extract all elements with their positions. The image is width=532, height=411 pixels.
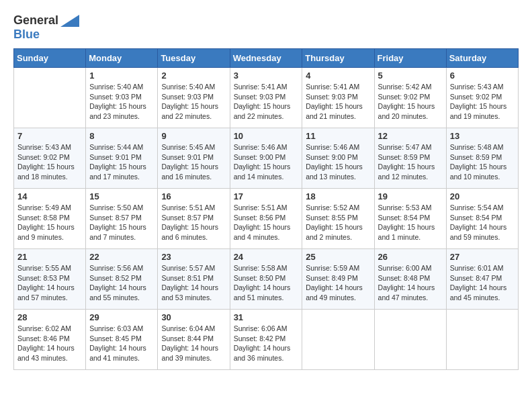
day-number: 15 <box>89 191 154 201</box>
day-number: 16 <box>161 191 226 201</box>
day-number: 1 <box>89 71 154 81</box>
day-info: Sunrise: 5:43 AM Sunset: 9:02 PM Dayligh… <box>450 82 515 122</box>
day-number: 9 <box>161 131 226 141</box>
header-day-sunday: Sunday <box>14 49 86 68</box>
calendar-cell: 23Sunrise: 5:57 AM Sunset: 8:51 PM Dayli… <box>158 249 230 310</box>
day-number: 12 <box>378 131 443 141</box>
calendar-week-0: 1Sunrise: 5:40 AM Sunset: 9:03 PM Daylig… <box>14 68 519 128</box>
calendar-cell: 25Sunrise: 5:59 AM Sunset: 8:49 PM Dayli… <box>302 249 374 310</box>
day-number: 11 <box>306 131 370 141</box>
calendar-cell: 5Sunrise: 5:42 AM Sunset: 9:02 PM Daylig… <box>374 68 446 128</box>
day-number: 26 <box>378 252 443 262</box>
day-info: Sunrise: 5:58 AM Sunset: 8:50 PM Dayligh… <box>234 263 299 303</box>
day-number: 31 <box>234 312 299 322</box>
day-info: Sunrise: 5:57 AM Sunset: 8:51 PM Dayligh… <box>161 263 226 303</box>
day-info: Sunrise: 6:02 AM Sunset: 8:46 PM Dayligh… <box>17 324 82 363</box>
calendar-cell <box>302 310 374 370</box>
calendar-cell: 6Sunrise: 5:43 AM Sunset: 9:02 PM Daylig… <box>446 68 518 128</box>
day-info: Sunrise: 5:41 AM Sunset: 9:03 PM Dayligh… <box>306 82 370 122</box>
day-number: 30 <box>161 312 226 322</box>
calendar-cell: 27Sunrise: 6:01 AM Sunset: 8:47 PM Dayli… <box>446 249 518 310</box>
day-info: Sunrise: 5:56 AM Sunset: 8:52 PM Dayligh… <box>89 263 154 303</box>
calendar-cell: 20Sunrise: 5:54 AM Sunset: 8:54 PM Dayli… <box>446 189 518 249</box>
day-number: 27 <box>450 252 515 262</box>
day-number: 23 <box>161 252 226 262</box>
day-info: Sunrise: 5:59 AM Sunset: 8:49 PM Dayligh… <box>306 263 370 303</box>
day-number: 18 <box>306 191 370 201</box>
calendar-cell: 9Sunrise: 5:45 AM Sunset: 9:01 PM Daylig… <box>158 128 230 189</box>
day-info: Sunrise: 5:53 AM Sunset: 8:54 PM Dayligh… <box>378 203 443 242</box>
day-info: Sunrise: 5:47 AM Sunset: 8:59 PM Dayligh… <box>378 142 443 182</box>
day-info: Sunrise: 5:41 AM Sunset: 9:03 PM Dayligh… <box>234 82 299 122</box>
day-number: 4 <box>306 71 370 81</box>
day-info: Sunrise: 6:03 AM Sunset: 8:45 PM Dayligh… <box>89 324 154 363</box>
day-number: 20 <box>450 191 515 201</box>
day-info: Sunrise: 5:49 AM Sunset: 8:58 PM Dayligh… <box>17 203 82 242</box>
calendar-cell <box>14 68 86 128</box>
day-info: Sunrise: 5:40 AM Sunset: 9:03 PM Dayligh… <box>161 82 226 122</box>
day-number: 3 <box>234 71 299 81</box>
header-day-friday: Friday <box>374 49 446 68</box>
day-info: Sunrise: 6:04 AM Sunset: 8:44 PM Dayligh… <box>161 324 226 363</box>
header-day-wednesday: Wednesday <box>230 49 302 68</box>
day-info: Sunrise: 5:40 AM Sunset: 9:03 PM Dayligh… <box>89 82 154 122</box>
calendar-cell: 4Sunrise: 5:41 AM Sunset: 9:03 PM Daylig… <box>302 68 374 128</box>
logo-general-text: General <box>13 13 58 28</box>
day-number: 25 <box>306 252 370 262</box>
day-number: 14 <box>17 191 82 201</box>
calendar-cell: 11Sunrise: 5:46 AM Sunset: 9:00 PM Dayli… <box>302 128 374 189</box>
calendar-week-4: 28Sunrise: 6:02 AM Sunset: 8:46 PM Dayli… <box>14 310 519 370</box>
day-info: Sunrise: 6:01 AM Sunset: 8:47 PM Dayligh… <box>450 263 515 303</box>
calendar-cell <box>374 310 446 370</box>
calendar-cell <box>446 310 518 370</box>
day-info: Sunrise: 5:45 AM Sunset: 9:01 PM Dayligh… <box>161 142 226 182</box>
header-day-monday: Monday <box>86 49 158 68</box>
calendar-cell: 19Sunrise: 5:53 AM Sunset: 8:54 PM Dayli… <box>374 189 446 249</box>
calendar-cell: 22Sunrise: 5:56 AM Sunset: 8:52 PM Dayli… <box>86 249 158 310</box>
day-number: 2 <box>161 71 226 81</box>
day-number: 8 <box>89 131 154 141</box>
header: General Blue <box>13 13 519 42</box>
logo-icon <box>60 15 79 27</box>
calendar-cell: 2Sunrise: 5:40 AM Sunset: 9:03 PM Daylig… <box>158 68 230 128</box>
calendar-cell: 13Sunrise: 5:48 AM Sunset: 8:59 PM Dayli… <box>446 128 518 189</box>
calendar-cell: 15Sunrise: 5:50 AM Sunset: 8:57 PM Dayli… <box>86 189 158 249</box>
day-number: 22 <box>89 252 154 262</box>
day-info: Sunrise: 5:51 AM Sunset: 8:57 PM Dayligh… <box>161 203 226 242</box>
day-number: 6 <box>450 71 515 81</box>
day-info: Sunrise: 6:00 AM Sunset: 8:48 PM Dayligh… <box>378 263 443 303</box>
day-number: 10 <box>234 131 299 141</box>
day-number: 5 <box>378 71 443 81</box>
day-info: Sunrise: 5:54 AM Sunset: 8:54 PM Dayligh… <box>450 203 515 242</box>
day-info: Sunrise: 5:43 AM Sunset: 9:02 PM Dayligh… <box>17 142 82 182</box>
calendar-cell: 8Sunrise: 5:44 AM Sunset: 9:01 PM Daylig… <box>86 128 158 189</box>
calendar-cell: 12Sunrise: 5:47 AM Sunset: 8:59 PM Dayli… <box>374 128 446 189</box>
day-info: Sunrise: 5:46 AM Sunset: 9:00 PM Dayligh… <box>234 142 299 182</box>
calendar-cell: 18Sunrise: 5:52 AM Sunset: 8:55 PM Dayli… <box>302 189 374 249</box>
logo: General Blue <box>13 13 79 42</box>
calendar-week-2: 14Sunrise: 5:49 AM Sunset: 8:58 PM Dayli… <box>14 189 519 249</box>
calendar-cell: 31Sunrise: 6:06 AM Sunset: 8:42 PM Dayli… <box>230 310 302 370</box>
logo-blue-text: Blue <box>13 28 40 41</box>
header-day-tuesday: Tuesday <box>158 49 230 68</box>
calendar-cell: 16Sunrise: 5:51 AM Sunset: 8:57 PM Dayli… <box>158 189 230 249</box>
day-number: 17 <box>234 191 299 201</box>
day-number: 13 <box>450 131 515 141</box>
calendar-cell: 30Sunrise: 6:04 AM Sunset: 8:44 PM Dayli… <box>158 310 230 370</box>
svg-marker-0 <box>60 15 79 27</box>
header-day-saturday: Saturday <box>446 49 518 68</box>
day-info: Sunrise: 6:06 AM Sunset: 8:42 PM Dayligh… <box>234 324 299 363</box>
day-info: Sunrise: 5:46 AM Sunset: 9:00 PM Dayligh… <box>306 142 370 182</box>
calendar-week-3: 21Sunrise: 5:55 AM Sunset: 8:53 PM Dayli… <box>14 249 519 310</box>
calendar-cell: 14Sunrise: 5:49 AM Sunset: 8:58 PM Dayli… <box>14 189 86 249</box>
day-number: 19 <box>378 191 443 201</box>
calendar-cell: 26Sunrise: 6:00 AM Sunset: 8:48 PM Dayli… <box>374 249 446 310</box>
day-info: Sunrise: 5:44 AM Sunset: 9:01 PM Dayligh… <box>89 142 154 182</box>
calendar-cell: 1Sunrise: 5:40 AM Sunset: 9:03 PM Daylig… <box>86 68 158 128</box>
day-info: Sunrise: 5:55 AM Sunset: 8:53 PM Dayligh… <box>17 263 82 303</box>
calendar-week-1: 7Sunrise: 5:43 AM Sunset: 9:02 PM Daylig… <box>14 128 519 189</box>
day-number: 7 <box>17 131 82 141</box>
calendar: SundayMondayTuesdayWednesdayThursdayFrid… <box>13 48 519 370</box>
calendar-cell: 17Sunrise: 5:51 AM Sunset: 8:56 PM Dayli… <box>230 189 302 249</box>
header-day-thursday: Thursday <box>302 49 374 68</box>
